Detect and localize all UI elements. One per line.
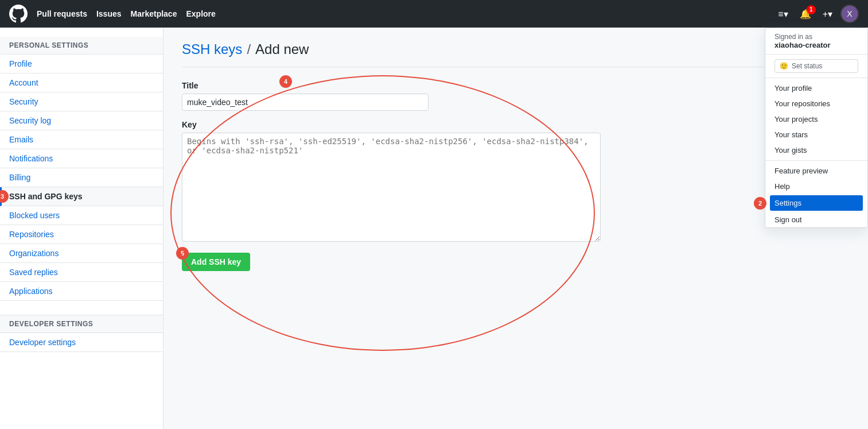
badge-2: 2 [754, 197, 766, 210]
sidebar-item-blocked-users[interactable]: Blocked users [0, 206, 163, 225]
avatar[interactable]: X [840, 5, 859, 23]
explore-link[interactable]: Explore [186, 9, 215, 18]
help-link[interactable]: Help [765, 179, 867, 194]
github-logo-icon[interactable] [9, 5, 28, 23]
set-status-button[interactable]: 🙂 Set status [774, 59, 858, 73]
dropdown-username: xiaohao-creator [774, 41, 858, 49]
topnav: Pull requests Issues Marketplace Explore… [0, 0, 868, 28]
your-repositories-link[interactable]: Your repositories [765, 96, 867, 111]
user-dropdown: Signed in as xiaohao-creator 🙂 Set statu… [765, 28, 868, 228]
breadcrumb-link[interactable]: SSH keys [182, 41, 242, 57]
key-label: Key [182, 120, 850, 129]
feature-preview-link[interactable]: Feature preview [765, 163, 867, 179]
title-input[interactable] [182, 94, 429, 111]
dropdown-header: Signed in as xiaohao-creator [765, 28, 867, 55]
sidebar-item-security[interactable]: Security [0, 92, 163, 111]
badge-3: 3 [0, 190, 9, 203]
issues-link[interactable]: Issues [96, 9, 122, 18]
sign-out-link[interactable]: Sign out [765, 212, 867, 227]
breadcrumb: SSH keys / Add new [182, 41, 850, 67]
sidebar-item-developer-settings[interactable]: Developer settings [0, 333, 163, 352]
page-layout: Personal settings Profile Account Securi… [0, 28, 868, 429]
your-gists-link[interactable]: Your gists [765, 142, 867, 158]
sidebar-item-notifications[interactable]: Notifications [0, 149, 163, 168]
add-ssh-key-button[interactable]: Add SSH key [182, 253, 250, 271]
sidebar-item-repositories[interactable]: Repositories [0, 225, 163, 244]
sidebar-item-applications[interactable]: Applications [0, 282, 163, 301]
notification-badge: 1 [807, 5, 816, 14]
sidebar-gap [0, 301, 163, 315]
sidebar-item-organizations[interactable]: Organizations [0, 244, 163, 263]
key-form-group: Key [182, 120, 850, 244]
sidebar-item-security-log[interactable]: Security log [0, 111, 163, 130]
sidebar-item-ssh-gpg[interactable]: SSH and GPG keys 3 [0, 187, 163, 206]
sidebar-item-saved-replies[interactable]: Saved replies [0, 263, 163, 282]
your-stars-link[interactable]: Your stars [765, 127, 867, 142]
sidebar-item-account[interactable]: Account [0, 74, 163, 92]
breadcrumb-current: Add new [255, 41, 309, 57]
command-palette-button[interactable]: ≡▾ [774, 6, 791, 22]
your-projects-link[interactable]: Your projects [765, 111, 867, 127]
set-status-label: Set status [792, 62, 822, 70]
key-textarea[interactable] [182, 133, 601, 242]
sidebar-item-profile[interactable]: Profile [0, 55, 163, 74]
personal-settings-title: Personal settings [0, 37, 163, 55]
form-container: 4 Title Key 5 Add SSH key [182, 81, 850, 271]
dropdown-divider-2 [765, 160, 867, 161]
sidebar-item-billing[interactable]: Billing [0, 168, 163, 187]
developer-settings-title: Developer settings [0, 315, 163, 333]
sidebar: Personal settings Profile Account Securi… [0, 28, 164, 429]
smiley-icon: 🙂 [780, 62, 788, 70]
badge-4: 4 [279, 75, 292, 88]
badge-5: 5 [176, 247, 189, 260]
marketplace-link[interactable]: Marketplace [131, 9, 177, 18]
signed-in-as-text: Signed in as [774, 33, 858, 41]
pull-requests-link[interactable]: Pull requests [37, 9, 87, 18]
sidebar-item-emails[interactable]: Emails [0, 130, 163, 149]
notifications-button[interactable]: 🔔 1 [796, 6, 815, 22]
topnav-right: ≡▾ 🔔 1 +▾ X [774, 5, 859, 23]
add-btn-container: 5 Add SSH key [182, 253, 250, 271]
topnav-left: Pull requests Issues Marketplace Explore [9, 5, 216, 23]
breadcrumb-separator: / [247, 41, 251, 57]
your-profile-link[interactable]: Your profile [765, 80, 867, 96]
create-button[interactable]: +▾ [819, 6, 836, 22]
settings-link[interactable]: Settings 2 [770, 195, 863, 211]
dropdown-divider-1 [765, 78, 867, 78]
main-area: SSH keys / Add new 4 Title Key [164, 28, 868, 429]
main-content: SSH keys / Add new 4 Title Key [164, 28, 868, 285]
